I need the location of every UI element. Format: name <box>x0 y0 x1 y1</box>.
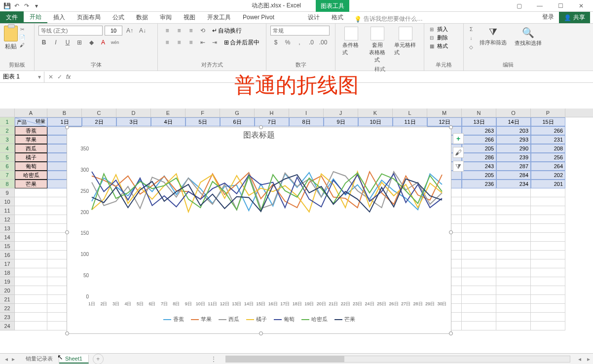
font-name-select[interactable]: 等线 (正文) <box>38 26 103 36</box>
row-header[interactable]: 10 <box>0 197 15 206</box>
cell[interactable]: 13日 <box>462 117 496 126</box>
cell[interactable]: 256 <box>531 153 565 162</box>
cell[interactable]: 287 <box>496 162 531 171</box>
row-header[interactable]: 17 <box>0 259 15 268</box>
sort-filter-button[interactable]: ⧩排序和筛选 <box>477 26 510 47</box>
chart-handle-sw[interactable] <box>65 331 69 335</box>
cell[interactable] <box>496 313 531 322</box>
legend-item[interactable]: 西瓜 <box>219 316 239 323</box>
cell[interactable] <box>15 304 47 313</box>
row-header[interactable]: 18 <box>0 268 15 277</box>
redo-icon[interactable]: ↷ <box>23 2 31 10</box>
legend-item[interactable]: 葡萄 <box>274 316 295 323</box>
cell-styles-button[interactable]: 单元格样式 <box>391 26 420 65</box>
cell[interactable] <box>496 277 531 286</box>
tab-format[interactable]: 格式 <box>326 11 349 23</box>
ribbon-options-icon[interactable]: ▢ <box>509 0 529 11</box>
font-color-button[interactable]: A <box>98 37 109 47</box>
align-left-icon[interactable]: ≡ <box>162 37 173 47</box>
cell[interactable] <box>15 268 47 277</box>
find-select-button[interactable]: 🔍查找和选择 <box>512 26 545 48</box>
legend-item[interactable]: 芒果 <box>334 316 355 323</box>
cell[interactable]: 234 <box>496 180 531 188</box>
undo-icon[interactable]: ↶ <box>13 2 21 10</box>
row-header[interactable]: 19 <box>0 277 15 286</box>
column-header[interactable]: P <box>531 109 565 117</box>
cell[interactable] <box>496 188 531 197</box>
cell[interactable] <box>15 224 47 233</box>
horizontal-scrollbar[interactable] <box>225 356 570 363</box>
cell[interactable]: 243 <box>462 162 496 171</box>
row-header[interactable]: 8 <box>0 180 15 188</box>
cell[interactable] <box>462 197 496 206</box>
chart-legend[interactable]: 香蕉苹果西瓜橘子葡萄哈密瓜芒果 <box>67 313 451 326</box>
row-header[interactable]: 21 <box>0 295 15 304</box>
cell[interactable] <box>15 215 47 224</box>
cell[interactable] <box>462 251 496 259</box>
chart-title[interactable]: 图表标题 <box>67 127 451 144</box>
row-header[interactable]: 9 <box>0 188 15 197</box>
row-header[interactable]: 4 <box>0 144 15 153</box>
cell[interactable]: 208 <box>531 144 565 153</box>
cell[interactable] <box>531 277 565 286</box>
cell[interactable] <box>462 188 496 197</box>
cell[interactable] <box>496 295 531 304</box>
row-header[interactable]: 1 <box>0 117 15 126</box>
cell[interactable] <box>531 313 565 322</box>
cell[interactable]: 263 <box>462 126 496 135</box>
paste-button[interactable]: 粘贴 <box>4 26 18 51</box>
column-header[interactable]: N <box>462 109 496 117</box>
cell[interactable]: 葡萄 <box>15 162 47 171</box>
cell[interactable] <box>15 197 47 206</box>
cell[interactable]: 284 <box>496 171 531 180</box>
row-header[interactable]: 11 <box>0 206 15 215</box>
wrap-text-button[interactable]: ↵自动换行 <box>212 26 242 36</box>
cell[interactable] <box>531 259 565 268</box>
cell[interactable] <box>15 286 47 295</box>
cell[interactable]: 201 <box>531 180 565 188</box>
underline-button[interactable]: U <box>62 37 73 47</box>
minimize-button[interactable]: — <box>530 0 550 11</box>
cell[interactable] <box>15 277 47 286</box>
cell[interactable] <box>531 206 565 215</box>
cell[interactable] <box>15 259 47 268</box>
column-header[interactable]: C <box>82 109 116 117</box>
cell[interactable] <box>15 322 47 330</box>
cell[interactable] <box>531 188 565 197</box>
cell[interactable] <box>462 322 496 330</box>
sheet-tab-sheet1[interactable]: Sheet1 <box>59 355 89 364</box>
cell[interactable] <box>15 188 47 197</box>
row-header[interactable]: 14 <box>0 233 15 242</box>
cell[interactable] <box>531 251 565 259</box>
cell[interactable]: 236 <box>462 180 496 188</box>
cell[interactable]: 202 <box>531 171 565 180</box>
login-link[interactable]: 登录 <box>537 11 559 23</box>
column-header[interactable]: H <box>255 109 289 117</box>
row-header[interactable]: 23 <box>0 313 15 322</box>
increase-decimal-icon[interactable]: .0 <box>306 37 317 47</box>
column-header[interactable]: J <box>324 109 358 117</box>
row-header[interactable]: 5 <box>0 153 15 162</box>
border-button[interactable]: ⊞ <box>74 37 85 47</box>
cell[interactable] <box>496 322 531 330</box>
format-as-table-button[interactable]: 套用 表格格式 <box>366 26 390 65</box>
tab-powerpivot[interactable]: Power Pivot <box>237 11 280 23</box>
chart-add-element-button[interactable]: + <box>453 133 464 144</box>
cell[interactable] <box>462 268 496 277</box>
chart-filter-button[interactable]: ⧩ <box>453 161 464 172</box>
sheet-nav-prev-icon[interactable]: ◂ <box>5 356 8 363</box>
cell[interactable] <box>496 206 531 215</box>
cell[interactable] <box>462 277 496 286</box>
fill-color-button[interactable]: ◆ <box>86 37 97 47</box>
delete-cells-button[interactable]: ⊟删除 <box>428 34 459 41</box>
decrease-indent-icon[interactable]: ⇤ <box>197 37 208 47</box>
cell[interactable]: 销量产品 <box>15 117 47 126</box>
cell[interactable]: 6日 <box>220 117 255 126</box>
cell[interactable] <box>15 251 47 259</box>
cell[interactable]: 231 <box>531 135 565 144</box>
column-header[interactable]: K <box>358 109 393 117</box>
cell[interactable]: 205 <box>462 171 496 180</box>
scroll-left-icon[interactable]: ◂ <box>575 356 584 363</box>
tab-page-layout[interactable]: 页面布局 <box>71 11 107 23</box>
cell[interactable] <box>15 233 47 242</box>
